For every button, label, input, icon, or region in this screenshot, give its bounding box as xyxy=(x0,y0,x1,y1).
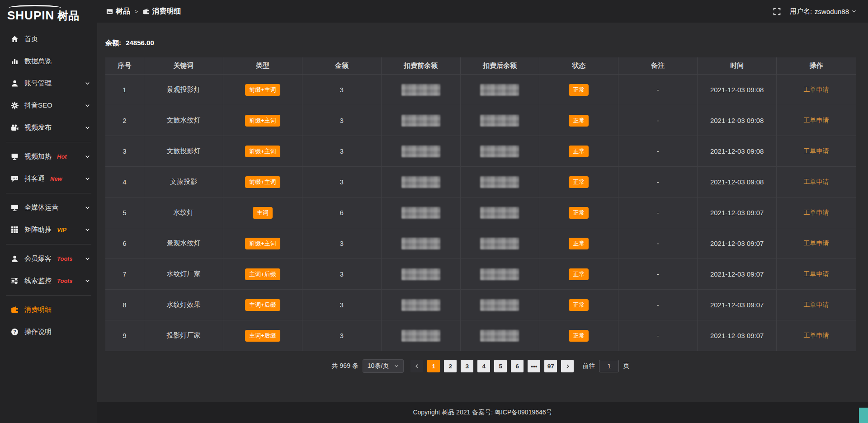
column-header-balance-before: 扣费前余额 xyxy=(382,57,461,75)
sidebar-item-tag: New xyxy=(50,175,62,182)
sidebar: SHUPIN 树品 首页数据总览账号管理抖音SEO视频发布视频加热Hot抖客通N… xyxy=(0,0,97,423)
redacted-value xyxy=(401,330,440,342)
goto-page-input[interactable] xyxy=(599,360,619,372)
cell-remark: - xyxy=(618,228,698,259)
sidebar-item-home[interactable]: 首页 xyxy=(0,28,97,50)
table-row: 4文旅投影前缀+主词3正常-2021-12-03 09:08工单申请 xyxy=(105,167,856,197)
cell-remark: - xyxy=(618,136,698,167)
cell-type: 主词+后缀 xyxy=(223,320,302,351)
balance-value: 24856.00 xyxy=(126,39,154,47)
page-button-5[interactable]: 5 xyxy=(494,360,507,372)
action-link[interactable]: 工单申请 xyxy=(804,270,829,278)
redacted-value xyxy=(401,238,440,249)
page-button-1[interactable]: 1 xyxy=(427,360,440,372)
type-badge: 主词+后缀 xyxy=(245,299,280,311)
page-size-select[interactable]: 10条/页 xyxy=(363,359,404,373)
action-link[interactable]: 工单申请 xyxy=(804,178,829,186)
question-icon: ? xyxy=(11,328,19,336)
copyright-text: Copyright 树品 2021 备案号: 粤ICP备09019646号 xyxy=(413,409,552,417)
page-button-4[interactable]: 4 xyxy=(477,360,490,372)
cell-time: 2021-12-03 09:07 xyxy=(698,228,777,259)
prev-page-button[interactable] xyxy=(410,360,423,372)
breadcrumb-item-shupin[interactable]: 树品 xyxy=(106,7,130,16)
cell-balance-after xyxy=(461,259,540,290)
page-button-2[interactable]: 2 xyxy=(444,360,457,372)
cell-index: 8 xyxy=(105,290,144,320)
sidebar-item-label: 线索监控 xyxy=(24,277,52,285)
table-row: 8水纹灯效果主词+后缀3正常-2021-12-03 09:07工单申请 xyxy=(105,290,856,320)
cell-action: 工单申请 xyxy=(777,75,856,105)
type-badge: 前缀+主词 xyxy=(245,238,280,249)
camera-icon xyxy=(11,124,19,132)
table-row: 9投影灯厂家主词+后缀3正常-2021-12-03 09:07工单申请 xyxy=(105,320,856,351)
home-icon xyxy=(11,35,19,43)
redacted-value xyxy=(480,84,519,96)
sidebar-item-douyin-seo[interactable]: 抖音SEO xyxy=(0,94,97,117)
sidebar-item-matrix-boost[interactable]: 矩阵助推VIP xyxy=(0,219,97,241)
cell-amount: 3 xyxy=(302,136,382,167)
cell-keyword: 景观水纹灯 xyxy=(144,228,223,259)
balance-label: 余额: xyxy=(105,39,121,47)
sidebar-item-video-publish[interactable]: 视频发布 xyxy=(0,117,97,139)
cell-status: 正常 xyxy=(539,320,618,351)
sidebar-item-account-manage[interactable]: 账号管理 xyxy=(0,72,97,94)
sidebar-item-clue-monitor[interactable]: 线索监控Tools xyxy=(0,270,97,292)
action-link[interactable]: 工单申请 xyxy=(804,332,829,340)
sidebar-menu: 首页数据总览账号管理抖音SEO视频发布视频加热Hot抖客通New全媒体运营矩阵助… xyxy=(0,26,97,343)
sidebar-item-video-heat[interactable]: 视频加热Hot xyxy=(0,146,97,168)
breadcrumb: 树品>消费明细 xyxy=(106,7,181,16)
cell-balance-before xyxy=(382,320,461,351)
redacted-value xyxy=(480,268,519,280)
table-body: 1景观投影灯前缀+主词3正常-2021-12-03 09:08工单申请2文旅水纹… xyxy=(105,75,856,351)
sidebar-item-operation-guide[interactable]: ?操作说明 xyxy=(0,321,97,343)
user-menu[interactable]: 用户名: zswodun88 xyxy=(790,7,856,16)
cell-keyword: 投影灯厂家 xyxy=(144,320,223,351)
fullscreen-icon[interactable] xyxy=(773,8,781,15)
redacted-value xyxy=(480,176,519,188)
sidebar-item-label: 抖音SEO xyxy=(24,101,52,110)
cell-action: 工单申请 xyxy=(777,105,856,136)
breadcrumb-item-consume-detail[interactable]: 消费明细 xyxy=(143,7,181,16)
header-right: 用户名: zswodun88 xyxy=(773,7,856,16)
sidebar-item-data-overview[interactable]: 数据总览 xyxy=(0,50,97,72)
next-page-button[interactable] xyxy=(561,360,574,372)
sidebar-item-consume-detail[interactable]: 消费明细 xyxy=(0,299,97,321)
sidebar-item-member-baoke[interactable]: 会员爆客Tools xyxy=(0,248,97,270)
action-link[interactable]: 工单申请 xyxy=(804,240,829,248)
sidebar-item-tag: Tools xyxy=(57,255,72,262)
sidebar-item-media-operation[interactable]: 全媒体运营 xyxy=(0,197,97,219)
sidebar-item-label: 矩阵助推 xyxy=(24,226,52,234)
cell-balance-after xyxy=(461,228,540,259)
cell-type: 前缀+主词 xyxy=(223,136,302,167)
cell-keyword: 景观投影灯 xyxy=(144,75,223,105)
breadcrumb-separator: > xyxy=(135,8,138,15)
cell-action: 工单申请 xyxy=(777,197,856,228)
sidebar-item-douketong[interactable]: 抖客通New xyxy=(0,168,97,190)
cell-type: 主词+后缀 xyxy=(223,290,302,320)
action-link[interactable]: 工单申请 xyxy=(804,117,829,125)
cell-action: 工单申请 xyxy=(777,290,856,320)
cell-balance-after xyxy=(461,105,540,136)
chart-icon xyxy=(11,57,19,65)
page-button-3[interactable]: 3 xyxy=(461,360,473,372)
cell-type: 前缀+主词 xyxy=(223,105,302,136)
chevron-down-icon xyxy=(85,81,90,86)
corner-widget[interactable] xyxy=(859,408,868,423)
cell-status: 正常 xyxy=(539,75,618,105)
cell-balance-after xyxy=(461,197,540,228)
cell-index: 1 xyxy=(105,75,144,105)
action-link[interactable]: 工单申请 xyxy=(804,147,829,155)
cell-time: 2021-12-03 09:07 xyxy=(698,320,777,351)
page-button-•••[interactable]: ••• xyxy=(528,360,540,372)
action-link[interactable]: 工单申请 xyxy=(804,301,829,309)
action-link[interactable]: 工单申请 xyxy=(804,86,829,94)
action-link[interactable]: 工单申请 xyxy=(804,209,829,217)
page-button-6[interactable]: 6 xyxy=(511,360,524,372)
page-button-97[interactable]: 97 xyxy=(544,360,557,372)
logo[interactable]: SHUPIN 树品 xyxy=(0,0,97,26)
sliders-icon xyxy=(11,277,19,285)
chevron-down-icon xyxy=(85,103,90,108)
cell-keyword: 文旅投影灯 xyxy=(144,136,223,167)
cell-status: 正常 xyxy=(539,136,618,167)
redacted-value xyxy=(480,146,519,157)
